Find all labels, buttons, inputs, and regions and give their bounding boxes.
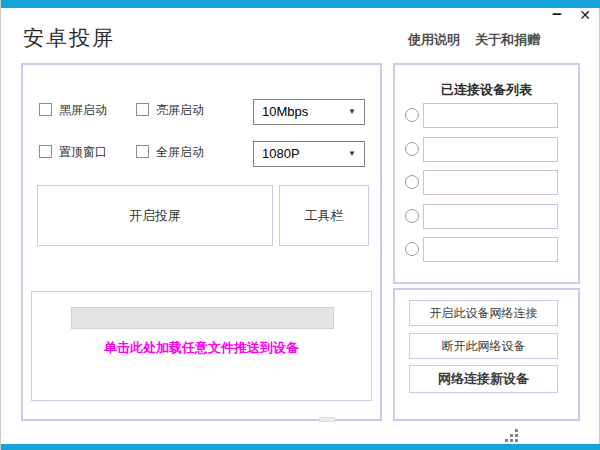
resize-grip-icon[interactable]: [515, 439, 518, 442]
file-push-hint: 单击此处加载任意文件推送到设备: [32, 339, 371, 357]
toolbar-button[interactable]: 工具栏: [279, 185, 369, 246]
splitter-notch: [319, 417, 335, 422]
network-connect-new-device-button[interactable]: 网络连接新设备: [409, 365, 558, 393]
minimize-button[interactable]: −: [546, 4, 568, 26]
bitrate-dropdown-value: 10Mbps: [262, 104, 308, 119]
device-radio-2[interactable]: [405, 142, 419, 156]
device-radio-4[interactable]: [405, 209, 419, 223]
device-list-title: 已连接设备列表: [395, 81, 578, 99]
nav-link-usage-guide[interactable]: 使用说明: [408, 31, 460, 49]
bitrate-dropdown[interactable]: 10Mbps ▼: [253, 99, 365, 125]
device-field-2[interactable]: [423, 137, 558, 162]
device-list-panel: 已连接设备列表: [393, 63, 580, 284]
chevron-down-icon: ▼: [348, 100, 356, 124]
checkbox-black-screen-label: 黑屏启动: [59, 102, 107, 119]
device-radio-1[interactable]: [405, 108, 419, 122]
checkbox-black-screen-start[interactable]: [39, 103, 52, 116]
window-top-border: [1, 0, 600, 8]
checkbox-pin-window-label: 置顶窗口: [59, 144, 107, 161]
checkbox-fullscreen-label: 全屏启动: [156, 144, 204, 161]
progress-bar: [71, 307, 334, 329]
checkbox-fullscreen-start[interactable]: [136, 145, 149, 158]
resolution-dropdown[interactable]: 1080P ▼: [253, 141, 365, 167]
resolution-dropdown-value: 1080P: [262, 146, 300, 161]
nav-link-about-donate[interactable]: 关于和捐赠: [475, 31, 540, 49]
app-title: 安卓投屏: [23, 24, 115, 52]
checkbox-pin-window[interactable]: [39, 145, 52, 158]
device-field-3[interactable]: [423, 170, 558, 195]
device-field-4[interactable]: [423, 204, 558, 229]
file-push-area[interactable]: 单击此处加载任意文件推送到设备: [31, 291, 372, 401]
window-bottom-border: [1, 444, 600, 450]
connect-device-network-button[interactable]: 开启此设备网络连接: [409, 300, 558, 326]
checkbox-bright-screen-start[interactable]: [136, 103, 149, 116]
left-panel: 黑屏启动 亮屏启动 10Mbps ▼ 置顶窗口 全屏启动 1080P ▼ 开启投…: [21, 63, 382, 421]
device-field-1[interactable]: [423, 103, 558, 128]
device-field-5[interactable]: [423, 237, 558, 262]
checkbox-bright-screen-label: 亮屏启动: [156, 102, 204, 119]
device-radio-3[interactable]: [405, 175, 419, 189]
app-window: 安卓投屏 使用说明 关于和捐赠 − ✕ 黑屏启动 亮屏启动 10Mbps ▼ 置…: [0, 0, 600, 450]
disconnect-network-device-button[interactable]: 断开此网络设备: [409, 333, 558, 359]
network-actions-panel: 开启此设备网络连接 断开此网络设备 网络连接新设备: [393, 288, 580, 421]
close-button[interactable]: ✕: [574, 4, 596, 26]
device-radio-5[interactable]: [405, 242, 419, 256]
start-cast-button[interactable]: 开启投屏: [37, 185, 273, 246]
chevron-down-icon: ▼: [348, 142, 356, 166]
